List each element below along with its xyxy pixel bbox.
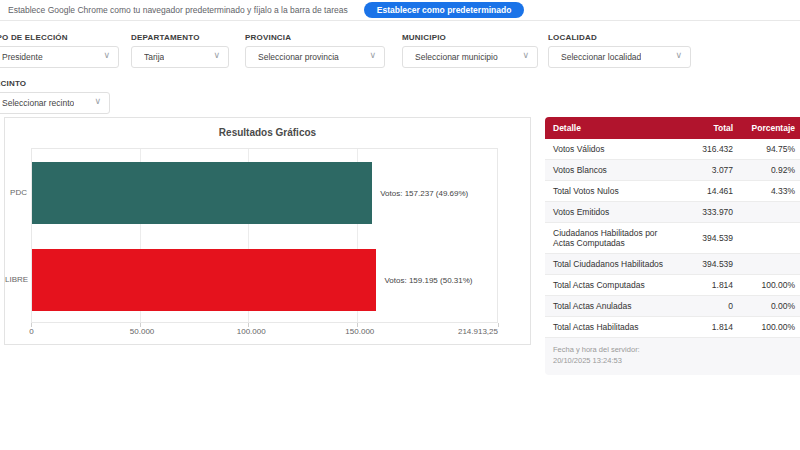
cell-total: 3.077 xyxy=(679,160,741,181)
chevron-down-icon: ∨ xyxy=(94,97,101,106)
header-total: Total xyxy=(679,117,741,139)
table-header-row: Detalle Total Porcentaje xyxy=(545,117,800,139)
filter-label-recinto: RECINTO xyxy=(0,79,110,88)
cell-detalle: Total Actas Habilitadas xyxy=(545,317,679,338)
category-label-libre: LIBRE xyxy=(5,275,27,284)
cell-detalle: Total Actas Anuladas xyxy=(545,296,679,317)
table-row: Total Votos Nulos14.4614.33% xyxy=(545,181,800,202)
cell-total: 333.970 xyxy=(679,202,741,223)
cell-detalle: Ciudadanos Habilitados por Actas Computa… xyxy=(545,223,679,254)
chevron-down-icon: ∨ xyxy=(675,51,682,60)
select-value: Seleccionar provincia xyxy=(258,52,339,62)
cell-total: 394.539 xyxy=(679,254,741,275)
server-datetime-value: 20/10/2025 13:24:53 xyxy=(553,355,795,366)
table-row: Total Ciudadanos Habilitados394.539 xyxy=(545,254,800,275)
bar-value-label: Votos: 157.237 (49.69%) xyxy=(380,188,468,197)
cell-porcentaje: 4.33% xyxy=(741,181,800,202)
filter-group-provincia: PROVINCIASeleccionar provincia∨ xyxy=(245,33,385,68)
cell-porcentaje: 100.00% xyxy=(741,317,800,338)
cell-total: 14.461 xyxy=(679,181,741,202)
chevron-down-icon: ∨ xyxy=(522,51,529,60)
municipio-select[interactable]: Seleccionar municipio∨ xyxy=(402,46,538,68)
category-label-pdc: PDC xyxy=(5,187,27,196)
x-axis-tick-label: 50.000 xyxy=(130,327,154,336)
filter-group-localidad: LOCALIDADSeleccionar localidad∨ xyxy=(548,33,691,68)
cell-porcentaje: 94.75% xyxy=(741,139,800,160)
cell-porcentaje xyxy=(741,202,800,223)
filter-group-tipo-de-eleccion: TIPO DE ELECCIÓNPresidente∨ xyxy=(0,33,119,68)
filter-group-municipio: MUNICIPIOSeleccionar municipio∨ xyxy=(402,33,538,68)
cell-detalle: Total Ciudadanos Habilitados xyxy=(545,254,679,275)
bar-value-label: Votos: 159.195 (50.31%) xyxy=(384,276,472,285)
header-detalle: Detalle xyxy=(545,117,679,139)
banner-message: Establece Google Chrome como tu navegado… xyxy=(8,5,348,15)
cell-porcentaje xyxy=(741,254,800,275)
x-axis-tick-label: 150.000 xyxy=(345,327,374,336)
results-table: Detalle Total Porcentaje Votos Válidos31… xyxy=(545,117,800,338)
table-row: Total Actas Anuladas00.00% xyxy=(545,296,800,317)
x-axis-tick-label: 214.913,25 xyxy=(458,327,498,336)
cell-detalle: Total Votos Nulos xyxy=(545,181,679,202)
server-datetime-footer: Fecha y hora del servidor: 20/10/2025 13… xyxy=(545,338,800,375)
election-results-page: Establece Google Chrome como tu navegado… xyxy=(0,0,800,450)
cell-total: 0 xyxy=(679,296,741,317)
table-row: Votos Válidos316.43294.75% xyxy=(545,139,800,160)
chevron-down-icon: ∨ xyxy=(369,51,376,60)
bar-pdc[interactable] xyxy=(32,162,372,224)
results-table-card: Detalle Total Porcentaje Votos Válidos31… xyxy=(545,117,800,375)
table-row: Ciudadanos Habilitados por Actas Computa… xyxy=(545,223,800,254)
cell-total: 394.539 xyxy=(679,223,741,254)
cell-total: 1.814 xyxy=(679,275,741,296)
cell-detalle: Votos Emitidos xyxy=(545,202,679,223)
cell-porcentaje: 100.00% xyxy=(741,275,800,296)
cell-detalle: Total Actas Computadas xyxy=(545,275,679,296)
cell-detalle: Votos Válidos xyxy=(545,139,679,160)
chart-title: Resultados Gráficos xyxy=(5,127,530,138)
filter-label-tipo-de-eleccion: TIPO DE ELECCIÓN xyxy=(0,33,119,42)
table-row: Total Actas Habilitadas1.814100.00% xyxy=(545,317,800,338)
select-value: Presidente xyxy=(2,52,43,62)
bar-chart-plot-area: Votos: 157.237 (49.69%)Votos: 159.195 (5… xyxy=(31,148,498,323)
cell-porcentaje: 0.92% xyxy=(741,160,800,181)
filter-label-provincia: PROVINCIA xyxy=(245,33,385,42)
filter-group-recinto: RECINTOSeleccionar recinto∨ xyxy=(0,79,110,114)
cell-detalle: Votos Blancos xyxy=(545,160,679,181)
server-datetime-label: Fecha y hora del servidor: xyxy=(553,344,795,355)
table-row: Votos Blancos3.0770.92% xyxy=(545,160,800,181)
provincia-select[interactable]: Seleccionar provincia∨ xyxy=(245,46,385,68)
chevron-down-icon: ∨ xyxy=(213,51,220,60)
set-default-browser-button[interactable]: Establecer como predeterminado xyxy=(364,2,525,18)
bar-chart: Votos: 157.237 (49.69%)Votos: 159.195 (5… xyxy=(5,148,532,344)
chevron-down-icon: ∨ xyxy=(103,51,110,60)
cell-total: 316.432 xyxy=(679,139,741,160)
cell-porcentaje xyxy=(741,223,800,254)
filter-label-municipio: MUNICIPIO xyxy=(402,33,538,42)
select-value: Seleccionar municipio xyxy=(415,52,498,62)
select-value: Seleccionar localidad xyxy=(561,52,641,62)
chrome-default-browser-banner: Establece Google Chrome como tu navegado… xyxy=(0,0,800,21)
departamento-select[interactable]: Tarija∨ xyxy=(131,46,229,68)
tipo-de-eleccion-select[interactable]: Presidente∨ xyxy=(0,46,119,68)
chart-card: Resultados Gráficos Votos: 157.237 (49.6… xyxy=(4,117,531,345)
filter-group-departamento: DEPARTAMENTOTarija∨ xyxy=(131,33,229,68)
x-axis-tick-label: 100.000 xyxy=(237,327,266,336)
table-row: Total Actas Computadas1.814100.00% xyxy=(545,275,800,296)
cell-total: 1.814 xyxy=(679,317,741,338)
localidad-select[interactable]: Seleccionar localidad∨ xyxy=(548,46,691,68)
x-axis-tick-label: 0 xyxy=(29,327,33,336)
axis-tick-mark xyxy=(498,323,499,327)
cell-porcentaje: 0.00% xyxy=(741,296,800,317)
recinto-select[interactable]: Seleccionar recinto∨ xyxy=(0,92,110,114)
header-porcentaje: Porcentaje xyxy=(741,117,800,139)
filter-label-departamento: DEPARTAMENTO xyxy=(131,33,229,42)
bar-libre[interactable] xyxy=(32,249,376,311)
filter-label-localidad: LOCALIDAD xyxy=(548,33,691,42)
table-row: Votos Emitidos333.970 xyxy=(545,202,800,223)
select-value: Tarija xyxy=(144,52,164,62)
select-value: Seleccionar recinto xyxy=(2,98,74,108)
